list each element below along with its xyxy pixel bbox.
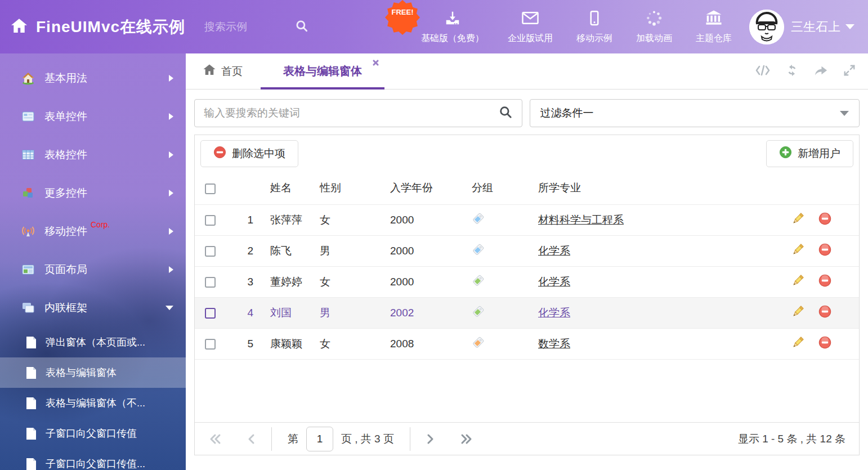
source-code-icon[interactable] (755, 64, 770, 79)
row-index: 3 (230, 266, 253, 297)
sidebar-subitem-label: 弹出窗体（本页面或... (46, 335, 145, 349)
delete-icon[interactable] (818, 243, 831, 259)
nav-item-theme-store[interactable]: 主题仓库 (684, 10, 744, 44)
row-checkbox[interactable] (205, 215, 216, 226)
chevron-right-icon (169, 228, 173, 235)
column-header-year[interactable]: 入学年份 (390, 172, 472, 204)
search-icon[interactable] (294, 19, 309, 35)
search-icon[interactable] (498, 105, 513, 122)
table-header-row: 姓名 性别 入学年份 分组 所学专业 (195, 172, 859, 204)
nav-item-loading-animation[interactable]: 加载动画 (624, 10, 684, 44)
refresh-icon[interactable] (785, 64, 799, 79)
delete-icon[interactable] (818, 212, 831, 228)
app-title: FineUIMvc在线示例 (36, 16, 185, 38)
select-all-checkbox[interactable] (205, 183, 216, 194)
row-checkbox[interactable] (205, 246, 216, 257)
header-search-input[interactable] (204, 21, 294, 33)
edit-icon[interactable] (791, 336, 804, 352)
sidebar-subitem-popup-window[interactable]: 弹出窗体（本页面或... (0, 327, 186, 357)
sidebar-item-basic-usage[interactable]: 基本用法 (0, 59, 186, 97)
filter-dropdown[interactable]: 过滤条件一 (530, 99, 860, 127)
free-badge-label: FREE! (385, 8, 420, 16)
tab-home[interactable]: 首页 (203, 63, 243, 79)
share-icon[interactable] (814, 64, 828, 79)
column-header-name[interactable]: 姓名 (253, 172, 320, 204)
column-header-gender[interactable]: 性别 (320, 172, 390, 204)
cell-gender: 男 (320, 297, 390, 328)
delete-icon[interactable] (818, 305, 831, 321)
layout-icon (21, 263, 35, 276)
cell-name: 康颖颖 (253, 328, 320, 359)
column-header-major[interactable]: 所学专业 (538, 172, 791, 204)
tag-icon (472, 308, 485, 320)
edit-icon[interactable] (791, 305, 804, 321)
sidebar-item-mobile-controls[interactable]: 移动控件 Corp. (0, 212, 186, 250)
sidebar-item-label: 基本用法 (44, 71, 87, 86)
mobile-icon (586, 10, 603, 29)
major-link[interactable]: 数学系 (538, 338, 570, 350)
chevron-right-icon (169, 75, 173, 82)
add-user-button[interactable]: 新增用户 (766, 140, 853, 167)
brand[interactable]: FineUIMvc在线示例 (10, 16, 185, 38)
house-icon (21, 71, 35, 85)
header-search[interactable] (204, 19, 323, 35)
first-page-button[interactable] (208, 433, 222, 445)
keyword-search-input[interactable] (204, 107, 498, 119)
major-link[interactable]: 材料科学与工程系 (538, 214, 624, 226)
nav-item-basic-edition[interactable]: 基础版（免费） (409, 10, 496, 44)
table-row[interactable]: 2 陈飞 男 2000 化学系 (195, 235, 859, 266)
edit-icon[interactable] (791, 274, 804, 290)
delete-selected-button[interactable]: 删除选中项 (200, 140, 298, 167)
column-header-group[interactable]: 分组 (472, 172, 538, 204)
edit-icon[interactable] (791, 212, 804, 228)
sidebar-subitem-child-to-parent-2[interactable]: 子窗口向父窗口传值... (0, 449, 186, 470)
row-checkbox[interactable] (205, 308, 216, 319)
chevron-down-icon (845, 24, 854, 29)
table-row[interactable]: 5 康颖颖 女 2008 数学系 (195, 328, 859, 359)
sidebar-item-more-controls[interactable]: 更多控件 (0, 174, 186, 212)
row-checkbox[interactable] (205, 339, 216, 350)
row-index: 4 (230, 297, 253, 328)
row-checkbox[interactable] (205, 277, 216, 288)
frames-icon (21, 301, 35, 315)
sidebar-item-iframe[interactable]: 内联框架 (0, 289, 186, 327)
nav-item-mobile-demo[interactable]: 移动示例 (565, 10, 624, 44)
table-row-selected[interactable]: 4 刘国 男 2002 化学系 (195, 297, 859, 328)
sidebar-item-grid-controls[interactable]: 表格控件 (0, 136, 186, 174)
delete-icon[interactable] (818, 336, 831, 352)
envelope-icon (521, 10, 539, 29)
nav-item-enterprise-trial[interactable]: 企业版试用 (496, 10, 565, 44)
prev-page-button[interactable] (247, 433, 256, 445)
sidebar-subitem-child-to-parent[interactable]: 子窗口向父窗口传值 (0, 418, 186, 449)
last-page-button[interactable] (460, 433, 473, 445)
nav-item-label: 主题仓库 (696, 33, 732, 44)
sidebar-item-form-controls[interactable]: 表单控件 (0, 97, 186, 136)
filter-row: 过滤条件一 (186, 89, 868, 127)
home-icon (203, 63, 216, 79)
delete-icon[interactable] (818, 274, 831, 290)
tab-grid-edit-window[interactable]: 表格与编辑窗体 (274, 53, 371, 89)
sidebar-subitem-grid-edit-window-2[interactable]: 表格与编辑窗体（不... (0, 388, 186, 418)
major-link[interactable]: 化学系 (538, 307, 570, 319)
table-row[interactable]: 3 董婷婷 女 2000 化学系 (195, 266, 859, 297)
sidebar-subitem-grid-edit-window[interactable]: 表格与编辑窗体 (0, 357, 186, 388)
major-link[interactable]: 化学系 (538, 276, 570, 288)
filter-dropdown-value: 过滤条件一 (540, 106, 594, 120)
edit-icon[interactable] (791, 243, 804, 259)
next-page-button[interactable] (426, 433, 435, 445)
major-link[interactable]: 化学系 (538, 245, 570, 257)
grid-panel: 删除选中项 新增用户 姓名 性别 (194, 135, 860, 455)
app-header: FineUIMvc在线示例 FREE! 基础版（免费） (0, 0, 868, 53)
expand-icon[interactable] (843, 64, 856, 79)
page-number-input[interactable] (306, 427, 333, 451)
keyword-search-box[interactable] (194, 99, 522, 127)
table-row[interactable]: 1 张萍萍 女 2000 材料科学与工程系 (195, 204, 859, 235)
tag-icon (472, 247, 485, 258)
close-icon[interactable] (372, 59, 379, 66)
sidebar-subitem-label: 子窗口向父窗口传值 (46, 427, 137, 440)
user-menu[interactable]: 三生石上 (744, 10, 868, 44)
file-icon (26, 367, 37, 379)
spinner-icon (646, 10, 663, 29)
cell-year: 2000 (390, 266, 472, 297)
sidebar-item-page-layout[interactable]: 页面布局 (0, 250, 186, 289)
